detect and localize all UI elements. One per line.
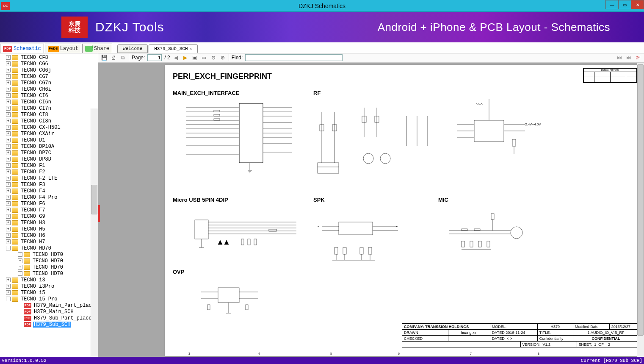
tree-item[interactable]: +TECNO H7 bbox=[0, 239, 98, 245]
close-button[interactable]: ✕ bbox=[631, 0, 644, 9]
find-prev-icon[interactable]: ⏮ bbox=[616, 54, 623, 61]
tree-expander-icon[interactable]: + bbox=[18, 265, 22, 270]
tree-item[interactable]: +TECNO i3 bbox=[0, 277, 98, 283]
tree-expander-icon[interactable]: + bbox=[6, 81, 11, 85]
tree-expander-icon[interactable]: + bbox=[6, 93, 11, 98]
tree-expander-icon[interactable]: + bbox=[6, 169, 11, 174]
tree-item[interactable]: +TECNO F6 bbox=[0, 200, 98, 207]
tree-item[interactable]: +TECNO G9 bbox=[0, 213, 98, 220]
tree-expander-icon[interactable]: + bbox=[6, 100, 11, 104]
tree-item[interactable]: +TECNO HD70 bbox=[0, 264, 98, 270]
viewer-scroll-thumb[interactable] bbox=[637, 64, 644, 336]
tree-expander-icon[interactable]: + bbox=[6, 125, 11, 130]
tree-item[interactable]: +TECNO CG6 bbox=[0, 61, 98, 67]
sidebar-tree[interactable]: +TECNO CF8+TECNO CG6+TECNO CG6j+TECNO CG… bbox=[0, 53, 98, 357]
zoom-out-icon[interactable]: ⊖ bbox=[210, 54, 217, 61]
page-input[interactable] bbox=[147, 54, 162, 61]
tree-expander-icon[interactable]: + bbox=[18, 252, 22, 257]
tree-item[interactable]: +TECNO DP10A bbox=[0, 143, 98, 150]
tree-item[interactable]: +TECNO HD70 bbox=[0, 258, 98, 264]
copy-icon[interactable]: ⧉ bbox=[119, 54, 126, 61]
tree-item[interactable]: -TECNO HD70 bbox=[0, 245, 98, 251]
tree-item[interactable]: +TECNO CI7n bbox=[0, 105, 98, 111]
tree-item[interactable]: +TECNO CX-H501 bbox=[0, 124, 98, 131]
tree-expander-icon[interactable]: + bbox=[6, 233, 11, 238]
tree-item[interactable]: +TECNO CI6 bbox=[0, 92, 98, 99]
tree-expander-icon[interactable]: + bbox=[6, 214, 11, 219]
tree-item[interactable]: +TECNO F3 bbox=[0, 181, 98, 188]
tree-expander-icon[interactable]: + bbox=[18, 258, 22, 263]
tree-item[interactable]: +TECNO i5 bbox=[0, 289, 98, 296]
tree-item[interactable]: +TECNO HD70 bbox=[0, 270, 98, 277]
tree-item[interactable]: +TECNO CI8n bbox=[0, 118, 98, 124]
tree-item[interactable]: +TECNO HD70 bbox=[0, 251, 98, 258]
tree-expander-icon[interactable]: + bbox=[6, 68, 11, 72]
tree-item[interactable]: +TECNO F7 bbox=[0, 207, 98, 213]
tree-item[interactable]: +TECNO H3 bbox=[0, 220, 98, 226]
tree-expander-icon[interactable]: + bbox=[6, 195, 11, 200]
tree-expander-icon[interactable]: + bbox=[18, 271, 22, 276]
tree-expander-icon[interactable]: - bbox=[6, 297, 11, 301]
tree-expander-icon[interactable]: + bbox=[6, 208, 11, 212]
sidebar-scrollbar[interactable] bbox=[91, 108, 98, 357]
tree-expander-icon[interactable]: + bbox=[6, 284, 11, 289]
tree-item[interactable]: -TECNO i5 Pro bbox=[0, 296, 98, 302]
tree-expander-icon[interactable]: + bbox=[6, 144, 11, 149]
tree-item[interactable]: +TECNO i3Pro bbox=[0, 283, 98, 289]
tree-expander-icon[interactable]: + bbox=[6, 112, 11, 117]
tree-item[interactable]: PDFH379_Main_Part_placement bbox=[0, 302, 98, 308]
tree-item[interactable]: +TECNO H5 bbox=[0, 226, 98, 232]
prev-page-icon[interactable]: ◀ bbox=[173, 54, 180, 61]
tree-item[interactable]: +TECNO CI8 bbox=[0, 111, 98, 118]
mode-tab-schematic[interactable]: PDFSchematic bbox=[0, 44, 44, 53]
tree-item[interactable]: PDFH379_Sub_Part_placement bbox=[0, 315, 98, 321]
schematic-page[interactable]: PERI_EXCH_FINGERPRINT DESIGN HISTORY MAI… bbox=[165, 65, 641, 356]
tree-item[interactable]: +TECNO DP7C bbox=[0, 150, 98, 156]
tree-expander-icon[interactable]: + bbox=[6, 278, 11, 282]
tree-expander-icon[interactable]: + bbox=[6, 87, 11, 92]
next-page-icon[interactable]: ▶ bbox=[182, 54, 189, 61]
print-icon[interactable]: 🖨 bbox=[110, 54, 117, 61]
tree-expander-icon[interactable]: + bbox=[6, 220, 11, 225]
fit-width-icon[interactable]: ▭ bbox=[201, 54, 207, 61]
tree-expander-icon[interactable]: + bbox=[6, 176, 11, 181]
tree-expander-icon[interactable]: + bbox=[6, 182, 11, 187]
tree-expander-icon[interactable]: + bbox=[6, 138, 11, 142]
doc-tab-welcome[interactable]: Welcome bbox=[117, 44, 148, 53]
tree-expander-icon[interactable]: + bbox=[6, 150, 11, 155]
tree-item[interactable]: +TECNO CXAir bbox=[0, 131, 98, 137]
find-next-icon[interactable]: ⏭ bbox=[625, 54, 632, 61]
tree-item[interactable]: +TECNO CG7 bbox=[0, 73, 98, 80]
tree-item[interactable]: +TECNO F4 bbox=[0, 188, 98, 194]
tree-item[interactable]: +TECNO F1 bbox=[0, 162, 98, 169]
tree-item[interactable]: +TECNO H6 bbox=[0, 232, 98, 239]
tree-item[interactable]: +TECNO F4 Pro bbox=[0, 194, 98, 200]
tree-item[interactable]: +TECNO F2 LTE bbox=[0, 175, 98, 181]
tree-expander-icon[interactable]: + bbox=[6, 106, 11, 111]
tree-item[interactable]: +TECNO CI6n bbox=[0, 99, 98, 105]
tree-expander-icon[interactable]: - bbox=[6, 246, 11, 250]
tree-expander-icon[interactable]: + bbox=[6, 119, 11, 123]
viewer-scrollbar[interactable] bbox=[637, 63, 644, 357]
mode-tab-layout[interactable]: PADSLayout bbox=[45, 44, 81, 53]
tree-item[interactable]: +TECNO DP8D bbox=[0, 156, 98, 162]
tree-expander-icon[interactable]: + bbox=[6, 227, 11, 231]
tree-item[interactable]: +TECNO CF8 bbox=[0, 54, 98, 61]
minimize-button[interactable]: — bbox=[605, 0, 619, 9]
tree-expander-icon[interactable]: + bbox=[6, 61, 11, 66]
fit-page-icon[interactable]: ▣ bbox=[191, 54, 198, 61]
tree-item[interactable]: +TECNO CG6j bbox=[0, 67, 98, 73]
tree-expander-icon[interactable]: + bbox=[6, 55, 11, 60]
tree-expander-icon[interactable]: + bbox=[6, 131, 11, 136]
tree-item[interactable]: +TECNO CH6i bbox=[0, 86, 98, 92]
mode-tab-share[interactable]: Share bbox=[82, 44, 112, 53]
tree-item[interactable]: PDFH379_Main_SCH bbox=[0, 308, 98, 315]
tree-item[interactable]: +TECNO F2 bbox=[0, 169, 98, 175]
maximize-button[interactable]: ▭ bbox=[618, 0, 631, 9]
tree-expander-icon[interactable]: + bbox=[6, 157, 11, 161]
zoom-in-icon[interactable]: ⊕ bbox=[219, 54, 226, 61]
tree-expander-icon[interactable]: + bbox=[6, 74, 11, 79]
tree-item[interactable]: +TECNO D1 bbox=[0, 137, 98, 143]
tree-expander-icon[interactable]: + bbox=[6, 163, 11, 168]
find-input[interactable] bbox=[245, 54, 343, 61]
